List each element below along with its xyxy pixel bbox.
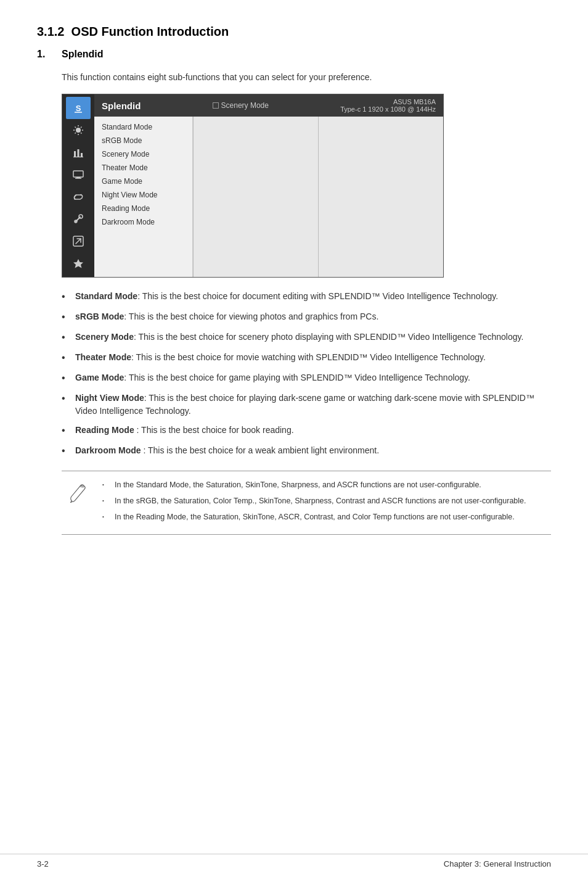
osd-icon-system[interactable] xyxy=(66,208,91,230)
subsection-header: 1. Splendid xyxy=(37,49,551,65)
osd-menu-item[interactable]: Theater Mode xyxy=(94,161,192,175)
note-box: •In the Standard Mode, the Saturation, S… xyxy=(62,471,551,535)
osd-menu: Standard ModesRGB ModeScenery ModeTheate… xyxy=(94,117,193,277)
osd-icon-color[interactable] xyxy=(66,141,91,163)
osd-menu-item[interactable]: Standard Mode xyxy=(94,120,192,134)
bullet-text: Standard Mode: This is the best choice f… xyxy=(75,290,498,303)
svg-line-10 xyxy=(81,127,82,128)
osd-menu-item[interactable]: Reading Mode xyxy=(94,202,192,215)
bullet-dot: • xyxy=(62,444,71,458)
svg-line-9 xyxy=(81,133,82,134)
bullet-text: Reading Mode : This is the best choice f… xyxy=(75,424,294,437)
svg-rect-14 xyxy=(81,153,83,157)
osd-menu-item[interactable]: Night View Mode xyxy=(94,188,192,202)
note-bullet: • xyxy=(102,497,111,505)
note-icon xyxy=(62,479,92,503)
osd-menu-item[interactable]: Darkroom Mode xyxy=(94,215,192,229)
osd-icon-shortcut[interactable] xyxy=(66,230,91,252)
subsection-number: 1. xyxy=(37,49,62,60)
bullet-text: Game Mode: This is the best choice for g… xyxy=(75,371,470,384)
osd-header: Splendid Scenery Mode ASUS MB16A Type-c … xyxy=(94,94,443,117)
svg-rect-12 xyxy=(74,151,76,157)
bullet-text: sRGB Mode: This is the best choice for v… xyxy=(75,310,378,323)
bullet-item: •Theater Mode: This is the best choice f… xyxy=(62,351,551,365)
osd-panel-2 xyxy=(318,117,443,277)
osd-menu-item[interactable]: Scenery Mode xyxy=(94,147,192,161)
note-item: •In the Standard Mode, the Saturation, S… xyxy=(102,479,551,491)
osd-icon-splendid[interactable]: S xyxy=(66,97,91,119)
svg-text:S: S xyxy=(76,104,81,113)
osd-main: Splendid Scenery Mode ASUS MB16A Type-c … xyxy=(94,94,443,277)
note-content: •In the Standard Mode, the Saturation, S… xyxy=(102,479,551,527)
page-footer: 3-2 Chapter 3: General Instruction xyxy=(0,854,588,868)
bullet-item: •Reading Mode : This is the best choice … xyxy=(62,424,551,438)
bullet-dot: • xyxy=(62,289,71,304)
osd-sidebar: S xyxy=(62,94,94,277)
note-text: In the Reading Mode, the Saturation, Ski… xyxy=(115,511,515,523)
osd-header-title: Splendid xyxy=(102,101,141,111)
footer-chapter: Chapter 3: General Instruction xyxy=(444,859,551,868)
svg-point-20 xyxy=(79,215,83,218)
note-text: In the Standard Mode, the Saturation, Sk… xyxy=(115,479,481,491)
osd-ui: S xyxy=(62,94,444,278)
svg-rect-13 xyxy=(78,149,80,157)
bullet-dot: • xyxy=(62,371,71,386)
bullet-dot: • xyxy=(62,350,71,365)
bullet-item: •Game Mode: This is the best choice for … xyxy=(62,371,551,386)
note-item: •In the Reading Mode, the Saturation, Sk… xyxy=(102,511,551,523)
bullet-text: Darkroom Mode : This is the best choice … xyxy=(75,444,379,457)
osd-content: Standard ModesRGB ModeScenery ModeTheate… xyxy=(94,117,443,277)
svg-line-11 xyxy=(75,133,76,134)
svg-rect-16 xyxy=(73,171,83,177)
bullet-item: •Night View Mode: This is the best choic… xyxy=(62,392,551,418)
section-title: 3.1.2 OSD Function Introduction xyxy=(37,25,551,39)
osd-icon-brightness[interactable] xyxy=(66,119,91,141)
osd-mode-label: Scenery Mode xyxy=(221,101,269,110)
note-text: In the sRGB, the Saturation, Color Temp.… xyxy=(115,495,526,507)
bullet-text: Scenery Mode: This is the best choice fo… xyxy=(75,331,523,344)
osd-icon-game[interactable] xyxy=(66,186,91,208)
osd-icon-favorite[interactable] xyxy=(66,252,91,274)
bullet-item: •Darkroom Mode : This is the best choice… xyxy=(62,444,551,458)
note-item: •In the sRGB, the Saturation, Color Temp… xyxy=(102,495,551,507)
footer-page-number: 3-2 xyxy=(37,859,49,868)
osd-menu-item[interactable]: Game Mode xyxy=(94,175,192,188)
subsection-title: Splendid xyxy=(62,49,104,60)
bullet-dot: • xyxy=(62,330,71,345)
bullet-text: Theater Mode: This is the best choice fo… xyxy=(75,351,486,364)
bullet-item: •Standard Mode: This is the best choice … xyxy=(62,290,551,304)
bullet-dot: • xyxy=(62,423,71,438)
svg-marker-23 xyxy=(73,259,83,268)
osd-info-line1: ASUS MB16A xyxy=(340,98,436,105)
bullet-dot: • xyxy=(62,310,71,324)
osd-panel-1 xyxy=(193,117,318,277)
bullet-list: •Standard Mode: This is the best choice … xyxy=(62,290,551,458)
osd-info-line2: Type-c 1 1920 x 1080 @ 144Hz xyxy=(340,105,436,113)
svg-point-3 xyxy=(76,128,81,133)
bullet-item: •Scenery Mode: This is the best choice f… xyxy=(62,331,551,345)
bullet-text: Night View Mode: This is the best choice… xyxy=(75,392,551,418)
note-bullet: • xyxy=(102,513,111,521)
osd-menu-item[interactable]: sRGB Mode xyxy=(94,134,192,147)
osd-header-info: ASUS MB16A Type-c 1 1920 x 1080 @ 144Hz xyxy=(340,98,436,113)
note-bullet: • xyxy=(102,481,111,489)
osd-icon-input[interactable] xyxy=(66,163,91,186)
bullet-item: •sRGB Mode: This is the best choice for … xyxy=(62,310,551,324)
osd-mode-checkbox xyxy=(213,102,219,109)
osd-header-mode: Scenery Mode xyxy=(213,101,269,110)
bullet-dot: • xyxy=(62,391,71,406)
svg-line-8 xyxy=(75,127,76,128)
osd-right-panels xyxy=(193,117,443,277)
section-description: This function contains eight sub-functio… xyxy=(62,71,551,84)
